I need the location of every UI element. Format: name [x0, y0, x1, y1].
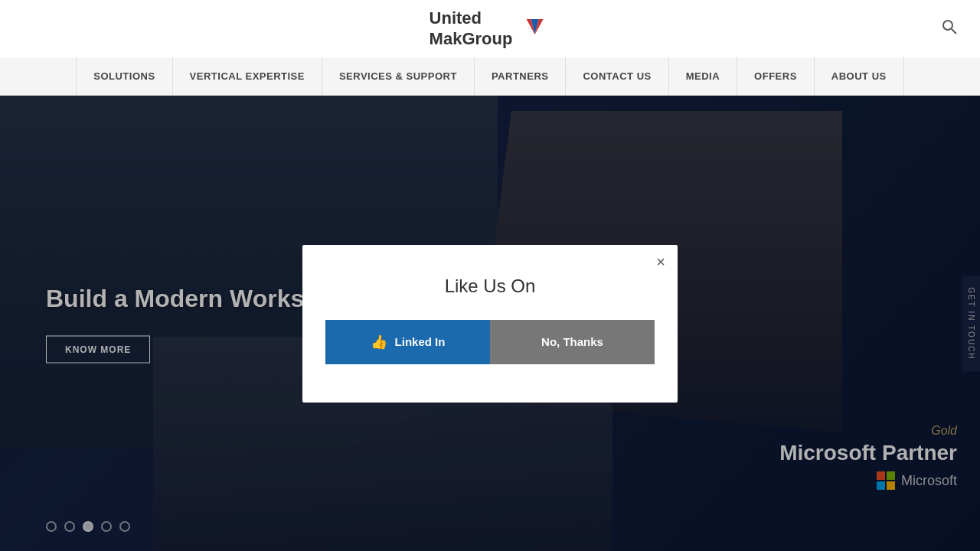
logo-line1: United	[430, 8, 482, 28]
modal-overlay: × Like Us On 👍 Linked In No, Thanks	[0, 96, 980, 551]
svg-line-4	[952, 29, 956, 34]
nav-item-vertical-expertise[interactable]: VERTICAL EXPERTISE	[173, 57, 322, 96]
logo-text: United MakGroup	[430, 8, 513, 49]
modal-title: Like Us On	[325, 276, 655, 297]
logo: United MakGroup	[430, 8, 551, 49]
like-us-modal: × Like Us On 👍 Linked In No, Thanks	[302, 245, 678, 403]
no-thanks-button[interactable]: No, Thanks	[490, 320, 655, 364]
hero-section: Build a Modern Workspace w... KNOW MORE …	[0, 96, 980, 551]
nav-item-media[interactable]: MEDIA	[669, 57, 737, 96]
linkedin-button[interactable]: 👍 Linked In	[325, 320, 490, 364]
nav-item-offers[interactable]: OFFERS	[737, 57, 815, 96]
logo-icon	[518, 13, 550, 45]
modal-close-button[interactable]: ×	[656, 254, 665, 269]
nav-item-contact-us[interactable]: CONTACT US	[566, 57, 668, 96]
nav-item-solutions[interactable]: SOLUTIONS	[76, 57, 172, 96]
modal-buttons: 👍 Linked In No, Thanks	[325, 320, 655, 364]
search-icon[interactable]	[942, 19, 957, 38]
nav-item-partners[interactable]: PARTNERS	[475, 57, 567, 96]
nav-item-about-us[interactable]: ABOUT US	[815, 57, 904, 96]
svg-point-3	[943, 21, 952, 30]
nav-item-services-support[interactable]: SERVICES & SUPPORT	[322, 57, 475, 96]
logo-line2: MakGroup	[430, 29, 513, 48]
main-nav: SOLUTIONS VERTICAL EXPERTISE SERVICES & …	[0, 57, 980, 96]
thumbs-up-icon: 👍	[371, 334, 387, 350]
linkedin-label: Linked In	[395, 335, 446, 348]
header: United MakGroup	[0, 0, 980, 57]
